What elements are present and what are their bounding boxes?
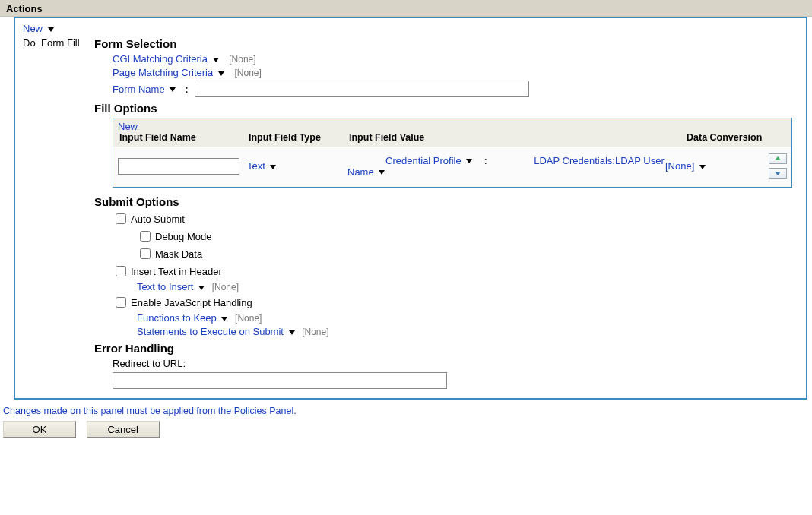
- do-label: Do: [23, 36, 41, 49]
- arrow-up-icon: [775, 156, 781, 160]
- col-input-field-value: Input Field Value: [349, 132, 687, 143]
- fill-options-title: Fill Options: [94, 102, 798, 115]
- chevron-down-icon: [48, 27, 54, 32]
- input-field-name-input[interactable]: [118, 158, 239, 175]
- fill-row: Text Credential Profile : LDAP Credentia…: [118, 150, 787, 181]
- redirect-label: Redirect to URL:: [113, 358, 798, 369]
- footer-note: Changes made on this panel must be appli…: [3, 406, 812, 416]
- auto-submit-checkbox[interactable]: [116, 213, 126, 224]
- cgi-criteria-value: [None]: [229, 54, 255, 65]
- redirect-url-input[interactable]: [113, 372, 447, 389]
- ok-button[interactable]: OK: [3, 421, 76, 438]
- form-name-colon: :: [185, 84, 188, 95]
- chevron-down-icon: [213, 58, 219, 62]
- actions-panel: New Do Form Fill Form Selection CGI Matc…: [14, 17, 807, 400]
- col-input-field-type: Input Field Type: [249, 132, 349, 143]
- move-up-button[interactable]: [769, 153, 787, 164]
- page-criteria-value: [None]: [234, 68, 261, 78]
- col-input-field-name: Input Field Name: [119, 132, 249, 143]
- text-to-insert-label: Text to Insert: [137, 281, 193, 292]
- mask-data-checkbox[interactable]: [140, 248, 151, 259]
- chevron-down-icon: [289, 330, 295, 335]
- functions-to-keep-label: Functions to Keep: [137, 312, 217, 324]
- panel-new-dropdown[interactable]: New: [23, 23, 54, 34]
- insert-text-label: Insert Text in Header: [131, 266, 222, 277]
- col-data-conversion: Data Conversion: [687, 132, 785, 143]
- policies-link[interactable]: Policies: [234, 406, 267, 416]
- form-selection-title: Form Selection: [94, 37, 798, 50]
- arrow-down-icon: [775, 172, 781, 175]
- chevron-down-icon: [379, 170, 385, 175]
- debug-mode-label: Debug Mode: [155, 231, 211, 242]
- functions-to-keep-value: [None]: [235, 313, 262, 324]
- statements-dropdown[interactable]: Statements to Execute on Submit: [137, 326, 297, 337]
- input-field-type-dropdown[interactable]: Text: [247, 160, 276, 172]
- functions-to-keep-dropdown[interactable]: Functions to Keep: [137, 312, 230, 324]
- debug-mode-checkbox[interactable]: [140, 231, 151, 242]
- move-down-button[interactable]: [769, 168, 787, 179]
- statements-value: [None]: [302, 327, 328, 337]
- error-handling-title: Error Handling: [94, 342, 798, 355]
- submit-options-title: Submit Options: [94, 195, 798, 208]
- chevron-down-icon: [699, 165, 706, 169]
- statements-label: Statements to Execute on Submit: [137, 326, 284, 337]
- form-fill-label: Form Fill: [41, 36, 94, 49]
- insert-text-checkbox[interactable]: [116, 266, 126, 276]
- form-name-dropdown[interactable]: Form Name: [113, 84, 176, 95]
- fill-options-box: New Input Field Name Input Field Type In…: [113, 118, 792, 188]
- input-field-type-value: Text: [247, 160, 265, 172]
- cgi-criteria-label: CGI Matching Criteria: [113, 53, 208, 65]
- chevron-down-icon: [221, 317, 227, 321]
- cgi-criteria-dropdown[interactable]: CGI Matching Criteria: [113, 53, 221, 65]
- page-criteria-label: Page Matching Criteria: [113, 67, 213, 78]
- input-field-value-colon: :: [484, 155, 487, 166]
- footer-note-before: Changes made on this panel must be appli…: [3, 406, 234, 416]
- enable-js-label: Enable JavaScript Handling: [131, 297, 252, 308]
- data-conversion-value: [None]: [665, 160, 694, 172]
- enable-js-checkbox[interactable]: [116, 297, 126, 308]
- footer-note-after: Panel.: [267, 406, 297, 416]
- panel-new-label: New: [23, 23, 43, 34]
- form-name-label: Form Name: [113, 84, 165, 95]
- auto-submit-label: Auto Submit: [131, 213, 185, 225]
- data-conversion-dropdown[interactable]: [None]: [665, 160, 706, 172]
- chevron-down-icon: [170, 87, 176, 92]
- mask-data-label: Mask Data: [155, 248, 202, 260]
- fill-new-link[interactable]: New: [118, 121, 138, 132]
- page-criteria-dropdown[interactable]: Page Matching Criteria: [113, 67, 227, 78]
- actions-title: Actions: [6, 3, 43, 14]
- text-to-insert-dropdown[interactable]: Text to Insert: [137, 281, 208, 292]
- text-to-insert-value: [None]: [212, 282, 239, 292]
- chevron-down-icon: [218, 71, 224, 76]
- cancel-button[interactable]: Cancel: [87, 421, 160, 438]
- chevron-down-icon: [198, 286, 205, 290]
- chevron-down-icon: [466, 159, 472, 163]
- input-field-value-kind-label: Credential Profile: [385, 155, 462, 166]
- input-field-value-kind-dropdown[interactable]: Credential Profile: [385, 155, 475, 166]
- form-name-input[interactable]: [195, 81, 529, 97]
- actions-header: Actions: [0, 0, 812, 17]
- chevron-down-icon: [270, 165, 276, 169]
